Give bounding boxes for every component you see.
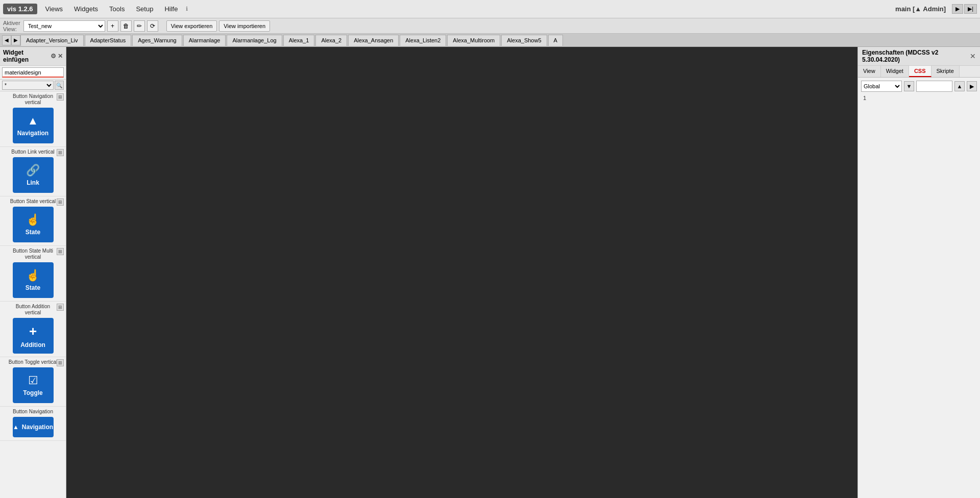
widget-state-multi-vertical-copy[interactable]: ⊞ xyxy=(57,248,64,255)
menu-setup[interactable]: Setup xyxy=(131,3,158,15)
widget-nav-preview: ▲ Navigation xyxy=(13,417,54,437)
edit-view-btn[interactable]: ✏ xyxy=(134,20,145,32)
window-controls: ▶ ▶| xyxy=(952,4,977,14)
widget-addition-vertical-preview: + Addition xyxy=(13,318,54,354)
view-selector[interactable]: Test_new xyxy=(23,20,105,32)
widget-link-vertical-icon: 🔗 xyxy=(26,164,40,177)
right-panel-title: Eigenschaften (MDCSS v2 5.30.04.2020) xyxy=(862,49,970,63)
widget-button-addition-vertical[interactable]: Button Additionvertical ⊞ + Addition xyxy=(0,302,66,357)
widget-nav-vertical-label: Navigation xyxy=(17,130,48,137)
widget-link-vertical-label: Link xyxy=(27,179,39,186)
widget-state-multi-vertical-label: State xyxy=(26,284,40,291)
widget-button-link-vertical[interactable]: Button Link vertical ⊞ 🔗 Link xyxy=(0,147,66,196)
add-view-btn[interactable]: + xyxy=(107,20,118,32)
tab-alexa1[interactable]: Alexa_1 xyxy=(283,35,315,46)
tab-alexa-show5[interactable]: Alexa_Show5 xyxy=(501,35,547,46)
widget-nav-icon: ▲ xyxy=(13,424,19,431)
tab-view[interactable]: View xyxy=(858,66,881,77)
widget-state-vertical-copy[interactable]: ⊞ xyxy=(57,198,64,206)
restore-btn[interactable]: ▶ xyxy=(952,4,963,14)
toolbar: AktiverView: Test_new + 🗑 ✏ ⟳ View expor… xyxy=(0,18,980,34)
main-admin-label: main [▲ Admin] xyxy=(895,5,951,13)
widget-addition-vertical-title: Button Additionvertical xyxy=(2,304,64,316)
widget-addition-vertical-label: Addition xyxy=(20,341,45,348)
right-content: Global ▼ ▲ ▶ 1 xyxy=(858,78,980,498)
widget-nav-title: Button Navigation xyxy=(2,409,64,415)
sidebar-search-input[interactable] xyxy=(2,67,64,78)
main-content: Widget einfügen ⚙ ✕ * 🔍 Button Navigatio… xyxy=(0,47,980,498)
widget-nav-vertical-icon: ▲ xyxy=(28,114,39,128)
refresh-view-btn[interactable]: ⟳ xyxy=(147,20,158,32)
menu-hilfe[interactable]: Hilfe xyxy=(159,3,183,15)
tab-skripte[interactable]: Skripte xyxy=(932,66,960,77)
widget-state-vertical-preview: ☝ State xyxy=(13,207,54,242)
widget-addition-vertical-copy[interactable]: ⊞ xyxy=(57,304,64,311)
widget-toggle-vertical-preview: ☑ Toggle xyxy=(13,367,54,403)
widget-toggle-vertical-copy[interactable]: ⊞ xyxy=(57,359,64,366)
tab-nav-right[interactable]: ▶ xyxy=(11,35,20,45)
tab-nav-left[interactable]: ◀ xyxy=(2,35,11,45)
widget-button-navigation[interactable]: Button Navigation ▲ Navigation xyxy=(0,407,66,441)
sidebar-settings-icon[interactable]: ⚙ xyxy=(51,53,56,60)
widget-addition-vertical-icon: + xyxy=(29,323,37,339)
widget-nav-vertical-preview: ▲ Navigation xyxy=(13,108,54,143)
widget-toggle-vertical-label: Toggle xyxy=(23,389,42,396)
tab-alarmanlage-log[interactable]: Alarmanlage_Log xyxy=(227,35,282,46)
right-tabs: View Widget CSS Skripte xyxy=(858,66,980,78)
widget-button-state-vertical[interactable]: Button State vertical ⊞ ☝ State xyxy=(0,196,66,246)
tab-alexa-ansagen[interactable]: Alexa_Ansagen xyxy=(348,35,399,46)
tab-widget[interactable]: Widget xyxy=(881,66,909,77)
tab-alarmanlage[interactable]: Alarmanlage xyxy=(183,35,226,46)
tab-a[interactable]: A xyxy=(548,35,563,46)
canvas-area[interactable] xyxy=(66,47,857,498)
widget-state-multi-vertical-icon: ☝ xyxy=(26,269,40,282)
sidebar-filter-select[interactable]: * xyxy=(2,81,54,90)
menu-tools[interactable]: Tools xyxy=(104,3,130,15)
import-view-btn[interactable]: View importieren xyxy=(219,20,270,32)
widget-button-navigation-vertical[interactable]: Button Navigationvertical ⊞ ▲ Navigation xyxy=(0,91,66,147)
maximize-btn[interactable]: ▶| xyxy=(964,4,977,14)
widget-button-state-multi-vertical[interactable]: Button State Multivertical ⊞ ☝ State xyxy=(0,246,66,302)
tab-alexa2[interactable]: Alexa_2 xyxy=(315,35,347,46)
widget-nav-vertical-copy[interactable]: ⊞ xyxy=(57,93,64,101)
sidebar-filter-btn[interactable]: 🔍 xyxy=(55,81,64,90)
right-arrow-up-btn[interactable]: ▲ xyxy=(954,81,965,91)
delete-view-btn[interactable]: 🗑 xyxy=(120,20,132,32)
tab-adapter-version[interactable]: Adapter_Version_Liv xyxy=(20,35,84,46)
tab-ages-warnung[interactable]: Ages_Warnung xyxy=(132,35,182,46)
tab-alexa-multiroom[interactable]: Alexa_Multiroom xyxy=(447,35,500,46)
right-panel-close-btn[interactable]: ✕ xyxy=(970,52,976,60)
tab-adapter-status[interactable]: AdapterStatus xyxy=(85,35,132,46)
right-global-select[interactable]: Global xyxy=(861,81,902,92)
menu-bar: vis 1.2.6 Views Widgets Tools Setup Hilf… xyxy=(0,0,980,18)
sidebar: Widget einfügen ⚙ ✕ * 🔍 Button Navigatio… xyxy=(0,47,66,498)
widget-nav-label: Navigation xyxy=(22,424,53,431)
tab-bar: ◀ ▶ Adapter_Version_Liv AdapterStatus Ag… xyxy=(0,34,980,47)
widget-toggle-vertical-icon: ☑ xyxy=(28,374,38,387)
tab-alexa-listen2[interactable]: Alexa_Listen2 xyxy=(400,35,446,46)
right-panel-header: Eigenschaften (MDCSS v2 5.30.04.2020) ✕ xyxy=(858,47,980,66)
right-value-input[interactable] xyxy=(916,81,952,92)
widget-link-vertical-preview: 🔗 Link xyxy=(13,157,54,193)
menu-widgets[interactable]: Widgets xyxy=(69,3,103,15)
right-line-number: 1 xyxy=(861,94,977,102)
widget-state-vertical-icon: ☝ xyxy=(26,213,40,227)
sidebar-close-icon[interactable]: ✕ xyxy=(58,53,63,60)
widget-state-vertical-label: State xyxy=(26,229,40,236)
sidebar-search-container xyxy=(0,66,66,80)
widget-toggle-vertical-title: Button Toggle vertical xyxy=(2,359,64,365)
tab-css[interactable]: CSS xyxy=(909,66,932,77)
right-arrow-down-btn[interactable]: ▼ xyxy=(904,81,914,91)
widget-button-toggle-vertical[interactable]: Button Toggle vertical ⊞ ☑ Toggle xyxy=(0,357,66,407)
menu-views[interactable]: Views xyxy=(40,3,68,15)
widget-link-vertical-copy[interactable]: ⊞ xyxy=(57,149,64,156)
widget-link-vertical-title: Button Link vertical xyxy=(2,149,64,155)
sidebar-header: Widget einfügen ⚙ ✕ xyxy=(0,47,66,66)
sidebar-filter-row: * 🔍 xyxy=(0,80,66,91)
right-global-row: Global ▼ ▲ ▶ xyxy=(861,81,977,92)
export-view-btn[interactable]: View exportieren xyxy=(166,20,217,32)
right-arrow-right-btn[interactable]: ▶ xyxy=(967,81,977,91)
widget-nav-vertical-title: Button Navigationvertical xyxy=(2,93,64,106)
app-title: vis 1.2.6 xyxy=(3,4,37,14)
hilfe-info-icon[interactable]: ℹ xyxy=(186,6,188,12)
